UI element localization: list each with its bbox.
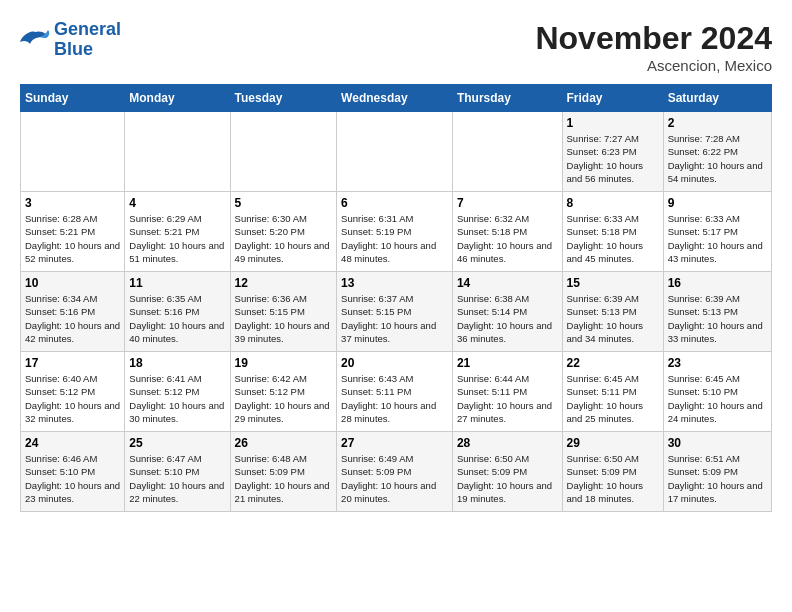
week-row-2: 10Sunrise: 6:34 AM Sunset: 5:16 PM Dayli… xyxy=(21,272,772,352)
day-number: 19 xyxy=(235,356,333,370)
logo-bird-icon xyxy=(20,28,50,52)
calendar-cell xyxy=(337,112,453,192)
day-info: Sunrise: 6:48 AM Sunset: 5:09 PM Dayligh… xyxy=(235,452,333,505)
header-sunday: Sunday xyxy=(21,85,125,112)
calendar-cell xyxy=(230,112,337,192)
day-number: 12 xyxy=(235,276,333,290)
calendar-cell: 18Sunrise: 6:41 AM Sunset: 5:12 PM Dayli… xyxy=(125,352,230,432)
day-number: 27 xyxy=(341,436,448,450)
day-info: Sunrise: 6:40 AM Sunset: 5:12 PM Dayligh… xyxy=(25,372,120,425)
calendar-cell: 16Sunrise: 6:39 AM Sunset: 5:13 PM Dayli… xyxy=(663,272,771,352)
day-number: 23 xyxy=(668,356,767,370)
day-number: 21 xyxy=(457,356,558,370)
calendar-cell: 23Sunrise: 6:45 AM Sunset: 5:10 PM Dayli… xyxy=(663,352,771,432)
day-number: 7 xyxy=(457,196,558,210)
calendar-cell: 5Sunrise: 6:30 AM Sunset: 5:20 PM Daylig… xyxy=(230,192,337,272)
day-number: 9 xyxy=(668,196,767,210)
calendar-cell: 22Sunrise: 6:45 AM Sunset: 5:11 PM Dayli… xyxy=(562,352,663,432)
calendar-cell: 13Sunrise: 6:37 AM Sunset: 5:15 PM Dayli… xyxy=(337,272,453,352)
week-row-4: 24Sunrise: 6:46 AM Sunset: 5:10 PM Dayli… xyxy=(21,432,772,512)
calendar-cell: 20Sunrise: 6:43 AM Sunset: 5:11 PM Dayli… xyxy=(337,352,453,432)
day-number: 5 xyxy=(235,196,333,210)
calendar-cell: 1Sunrise: 7:27 AM Sunset: 6:23 PM Daylig… xyxy=(562,112,663,192)
header-thursday: Thursday xyxy=(452,85,562,112)
day-number: 6 xyxy=(341,196,448,210)
calendar-cell: 2Sunrise: 7:28 AM Sunset: 6:22 PM Daylig… xyxy=(663,112,771,192)
calendar-cell: 17Sunrise: 6:40 AM Sunset: 5:12 PM Dayli… xyxy=(21,352,125,432)
day-info: Sunrise: 6:49 AM Sunset: 5:09 PM Dayligh… xyxy=(341,452,448,505)
day-number: 14 xyxy=(457,276,558,290)
day-info: Sunrise: 6:38 AM Sunset: 5:14 PM Dayligh… xyxy=(457,292,558,345)
day-info: Sunrise: 6:31 AM Sunset: 5:19 PM Dayligh… xyxy=(341,212,448,265)
calendar-cell: 12Sunrise: 6:36 AM Sunset: 5:15 PM Dayli… xyxy=(230,272,337,352)
day-info: Sunrise: 6:50 AM Sunset: 5:09 PM Dayligh… xyxy=(457,452,558,505)
day-info: Sunrise: 6:41 AM Sunset: 5:12 PM Dayligh… xyxy=(129,372,225,425)
day-info: Sunrise: 6:47 AM Sunset: 5:10 PM Dayligh… xyxy=(129,452,225,505)
day-info: Sunrise: 6:36 AM Sunset: 5:15 PM Dayligh… xyxy=(235,292,333,345)
day-info: Sunrise: 6:45 AM Sunset: 5:10 PM Dayligh… xyxy=(668,372,767,425)
day-number: 29 xyxy=(567,436,659,450)
week-row-1: 3Sunrise: 6:28 AM Sunset: 5:21 PM Daylig… xyxy=(21,192,772,272)
day-info: Sunrise: 6:35 AM Sunset: 5:16 PM Dayligh… xyxy=(129,292,225,345)
day-info: Sunrise: 6:34 AM Sunset: 5:16 PM Dayligh… xyxy=(25,292,120,345)
day-info: Sunrise: 6:45 AM Sunset: 5:11 PM Dayligh… xyxy=(567,372,659,425)
calendar-table: SundayMondayTuesdayWednesdayThursdayFrid… xyxy=(20,84,772,512)
day-number: 30 xyxy=(668,436,767,450)
page-header: General Blue November 2024 Ascencion, Me… xyxy=(20,20,772,74)
day-info: Sunrise: 6:46 AM Sunset: 5:10 PM Dayligh… xyxy=(25,452,120,505)
calendar-cell: 19Sunrise: 6:42 AM Sunset: 5:12 PM Dayli… xyxy=(230,352,337,432)
day-number: 4 xyxy=(129,196,225,210)
calendar-cell: 21Sunrise: 6:44 AM Sunset: 5:11 PM Dayli… xyxy=(452,352,562,432)
header-saturday: Saturday xyxy=(663,85,771,112)
calendar-cell: 24Sunrise: 6:46 AM Sunset: 5:10 PM Dayli… xyxy=(21,432,125,512)
calendar-cell: 28Sunrise: 6:50 AM Sunset: 5:09 PM Dayli… xyxy=(452,432,562,512)
title-block: November 2024 Ascencion, Mexico xyxy=(535,20,772,74)
day-number: 11 xyxy=(129,276,225,290)
calendar-cell xyxy=(21,112,125,192)
day-number: 24 xyxy=(25,436,120,450)
day-number: 15 xyxy=(567,276,659,290)
day-number: 25 xyxy=(129,436,225,450)
day-info: Sunrise: 6:44 AM Sunset: 5:11 PM Dayligh… xyxy=(457,372,558,425)
calendar-cell: 4Sunrise: 6:29 AM Sunset: 5:21 PM Daylig… xyxy=(125,192,230,272)
day-info: Sunrise: 6:32 AM Sunset: 5:18 PM Dayligh… xyxy=(457,212,558,265)
calendar-cell: 10Sunrise: 6:34 AM Sunset: 5:16 PM Dayli… xyxy=(21,272,125,352)
day-number: 26 xyxy=(235,436,333,450)
day-info: Sunrise: 6:30 AM Sunset: 5:20 PM Dayligh… xyxy=(235,212,333,265)
day-number: 8 xyxy=(567,196,659,210)
day-info: Sunrise: 6:43 AM Sunset: 5:11 PM Dayligh… xyxy=(341,372,448,425)
day-number: 1 xyxy=(567,116,659,130)
week-row-0: 1Sunrise: 7:27 AM Sunset: 6:23 PM Daylig… xyxy=(21,112,772,192)
day-number: 18 xyxy=(129,356,225,370)
day-number: 20 xyxy=(341,356,448,370)
calendar-cell: 6Sunrise: 6:31 AM Sunset: 5:19 PM Daylig… xyxy=(337,192,453,272)
calendar-cell: 27Sunrise: 6:49 AM Sunset: 5:09 PM Dayli… xyxy=(337,432,453,512)
calendar-cell: 7Sunrise: 6:32 AM Sunset: 5:18 PM Daylig… xyxy=(452,192,562,272)
header-friday: Friday xyxy=(562,85,663,112)
calendar-header-row: SundayMondayTuesdayWednesdayThursdayFrid… xyxy=(21,85,772,112)
day-info: Sunrise: 6:39 AM Sunset: 5:13 PM Dayligh… xyxy=(668,292,767,345)
logo: General Blue xyxy=(20,20,121,60)
calendar-cell xyxy=(125,112,230,192)
day-number: 17 xyxy=(25,356,120,370)
day-info: Sunrise: 6:50 AM Sunset: 5:09 PM Dayligh… xyxy=(567,452,659,505)
calendar-cell: 3Sunrise: 6:28 AM Sunset: 5:21 PM Daylig… xyxy=(21,192,125,272)
day-number: 22 xyxy=(567,356,659,370)
day-number: 3 xyxy=(25,196,120,210)
calendar-cell: 25Sunrise: 6:47 AM Sunset: 5:10 PM Dayli… xyxy=(125,432,230,512)
header-wednesday: Wednesday xyxy=(337,85,453,112)
location: Ascencion, Mexico xyxy=(535,57,772,74)
day-info: Sunrise: 6:29 AM Sunset: 5:21 PM Dayligh… xyxy=(129,212,225,265)
calendar-cell: 15Sunrise: 6:39 AM Sunset: 5:13 PM Dayli… xyxy=(562,272,663,352)
header-monday: Monday xyxy=(125,85,230,112)
header-tuesday: Tuesday xyxy=(230,85,337,112)
calendar-cell: 14Sunrise: 6:38 AM Sunset: 5:14 PM Dayli… xyxy=(452,272,562,352)
day-info: Sunrise: 6:33 AM Sunset: 5:18 PM Dayligh… xyxy=(567,212,659,265)
day-number: 13 xyxy=(341,276,448,290)
calendar-cell: 26Sunrise: 6:48 AM Sunset: 5:09 PM Dayli… xyxy=(230,432,337,512)
day-info: Sunrise: 7:27 AM Sunset: 6:23 PM Dayligh… xyxy=(567,132,659,185)
calendar-cell: 9Sunrise: 6:33 AM Sunset: 5:17 PM Daylig… xyxy=(663,192,771,272)
week-row-3: 17Sunrise: 6:40 AM Sunset: 5:12 PM Dayli… xyxy=(21,352,772,432)
day-number: 2 xyxy=(668,116,767,130)
calendar-cell: 30Sunrise: 6:51 AM Sunset: 5:09 PM Dayli… xyxy=(663,432,771,512)
